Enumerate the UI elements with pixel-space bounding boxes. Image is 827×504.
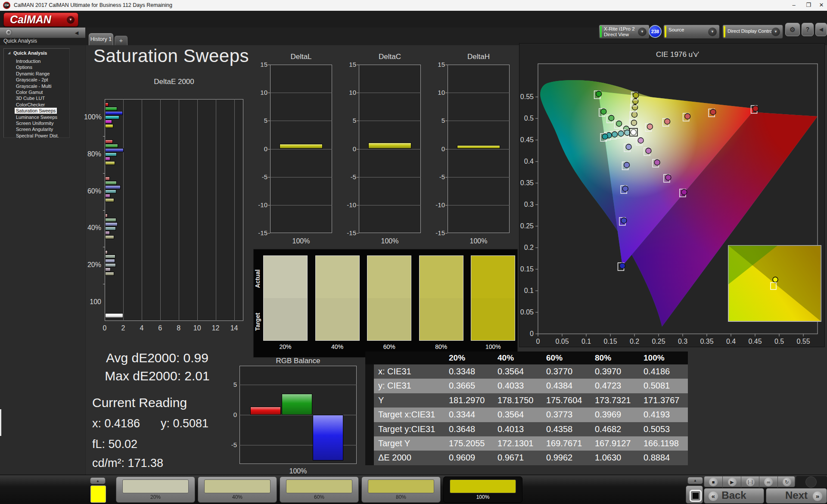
pattern-expand-button[interactable]: ▲ xyxy=(90,477,106,484)
measured-point-yellow xyxy=(633,93,639,98)
bar xyxy=(105,194,110,198)
table-cell: 0.3970 xyxy=(591,364,639,379)
sidebar-item-options[interactable]: Options xyxy=(16,64,32,70)
table-cell xyxy=(365,436,374,451)
transport-expand-button[interactable]: ▲ xyxy=(687,477,703,484)
y-axis-label: 40% xyxy=(84,224,101,232)
gridline xyxy=(270,205,332,205)
bottom-bar: ▲ 20%40%60%80%100% ▲ ■▶[··]∞↻ « Back » N… xyxy=(0,475,827,504)
measured-point-red xyxy=(753,106,759,112)
sidebar-item-color-gamut[interactable]: Color Gamut xyxy=(16,89,43,95)
close-button[interactable]: ✕ xyxy=(816,0,827,11)
y-tick-label: 0.5 xyxy=(524,115,534,122)
scroll-indicator[interactable] xyxy=(0,409,1,436)
table-cell: 0.3564 xyxy=(493,364,542,379)
measured-point-red xyxy=(685,114,690,119)
chevron-down-icon: ▼ xyxy=(67,16,75,24)
sidebar-item-3d-cube-lut[interactable]: 3D Cube LUT xyxy=(16,95,45,101)
sidebar-item-introduction[interactable]: Introduction xyxy=(16,58,40,64)
sidebar-item-grayscale-2pt[interactable]: Grayscale - 2pt xyxy=(16,77,48,83)
source-accent xyxy=(665,26,666,37)
y-tick-label: -5 xyxy=(341,173,356,180)
pattern-button-60%[interactable]: 60% xyxy=(280,476,359,503)
sidebar-item-saturation-sweeps[interactable]: Saturation Sweeps xyxy=(15,108,57,114)
pattern-button-40%[interactable]: 40% xyxy=(198,476,277,503)
next-button[interactable]: » Next xyxy=(766,488,827,504)
x-axis-label: 100% xyxy=(359,237,421,245)
sidebar-item-screen-uniformity[interactable]: Screen Uniformity xyxy=(16,120,53,126)
play-icon: ▶ xyxy=(728,478,737,486)
measured-point-magenta xyxy=(638,138,644,143)
tab-history-1[interactable]: History 1 xyxy=(89,33,113,45)
sidebar-item-luminance-sweeps[interactable]: Luminance Sweeps xyxy=(16,114,57,120)
transport-refresh-button[interactable]: ↻ xyxy=(777,476,796,488)
back-button[interactable]: « Back xyxy=(704,488,764,504)
y-tick-label: 0.45 xyxy=(520,136,534,143)
bar xyxy=(105,313,123,318)
transport-loop-button[interactable]: ∞ xyxy=(759,476,777,488)
deltal-chart: DeltaL -15-10-5051015100% xyxy=(256,52,342,246)
calman-menu-button[interactable]: CalMAN ▼ xyxy=(3,12,78,27)
y-tick xyxy=(445,93,448,93)
table-cell: 172.1301 xyxy=(493,436,542,451)
gridline xyxy=(448,93,510,93)
sidebar-item-colorchecker[interactable]: ColorChecker xyxy=(16,102,45,108)
source-dropdown[interactable]: Source ▼ xyxy=(663,25,720,39)
measured-point-blue xyxy=(626,144,631,150)
pattern-button-80%[interactable]: 80% xyxy=(361,476,441,503)
table-cell: y: CIE31 xyxy=(374,379,445,393)
pattern-window-button[interactable] xyxy=(686,485,703,504)
chevron-left-icon: ◀ xyxy=(819,27,823,32)
measured-point-cyan xyxy=(625,130,630,136)
x-tick-label: 0.1 xyxy=(581,338,591,345)
pattern-button-100%[interactable]: 100% xyxy=(443,476,522,503)
x-tick-label: 0.05 xyxy=(555,338,569,345)
x-tick-label: 0.3 xyxy=(678,338,687,345)
swatch-80% xyxy=(419,255,463,341)
y-tick-label: 15 xyxy=(252,61,267,68)
y-tick xyxy=(268,65,270,65)
actual-label: Actual xyxy=(254,259,261,298)
help-button[interactable]: ? xyxy=(802,23,814,36)
bar xyxy=(105,103,109,106)
add-tab-button[interactable]: + xyxy=(115,36,127,45)
table-cell: 0.9609 xyxy=(445,451,493,465)
y-tick xyxy=(103,173,105,174)
y-tick-label: -15 xyxy=(252,229,267,236)
bar xyxy=(105,259,115,263)
sidebar-item-spectral-power-dist-[interactable]: Spectral Power Dist. xyxy=(16,133,59,139)
reading-fl: fL: 50.02 xyxy=(92,438,137,451)
chart-title: DeltaE 2000 xyxy=(105,78,243,86)
sidebar-item-grayscale-multi[interactable]: Grayscale - Multi xyxy=(16,83,52,89)
x-axis-label: 100% xyxy=(270,237,332,245)
y-tick-label: 10 xyxy=(429,89,445,96)
transport-play-button[interactable]: ▶ xyxy=(722,476,741,488)
gridline xyxy=(359,177,421,177)
tree-root-label[interactable]: Quick Analysis xyxy=(13,50,47,56)
display-control-dropdown[interactable]: Direct Display Control ▼ xyxy=(722,25,783,39)
pattern-button-20%[interactable]: 20% xyxy=(116,476,195,503)
bar xyxy=(313,415,343,460)
maximize-button[interactable]: ❐ xyxy=(801,0,816,11)
sidebar-item-screen-angularity[interactable]: Screen Angularity xyxy=(16,126,53,132)
window-titlebar: CM CalMAN 2017 CalMAN Ultimate for Busin… xyxy=(0,0,827,11)
bar xyxy=(105,181,117,185)
y-tick xyxy=(103,247,105,247)
transport-series-button[interactable]: [··] xyxy=(741,476,759,488)
expander-icon: ◢ xyxy=(8,51,10,55)
white-point xyxy=(631,130,636,135)
back-label: Back xyxy=(704,489,764,501)
settings-button[interactable]: ⚙ xyxy=(785,23,800,36)
transport-stop-button[interactable]: ■ xyxy=(704,476,722,488)
sidebar-item-dynamic-range[interactable]: Dynamic Range xyxy=(16,71,50,77)
minimize-button[interactable]: – xyxy=(787,0,801,11)
measured-point-cyan xyxy=(602,134,608,140)
y-tick xyxy=(445,121,448,121)
meter-dropdown[interactable]: X-Rite i1Pro 2 Direct View ▼ xyxy=(599,25,650,39)
swatch-actual xyxy=(471,256,515,298)
collapse-right-button[interactable]: ◀ xyxy=(815,23,827,36)
active-pattern-swatch[interactable] xyxy=(90,485,106,503)
table-cell: 171.3767 xyxy=(639,393,688,408)
help-icon: ? xyxy=(806,26,810,33)
collapse-left-icon[interactable]: ◀ xyxy=(73,29,80,36)
